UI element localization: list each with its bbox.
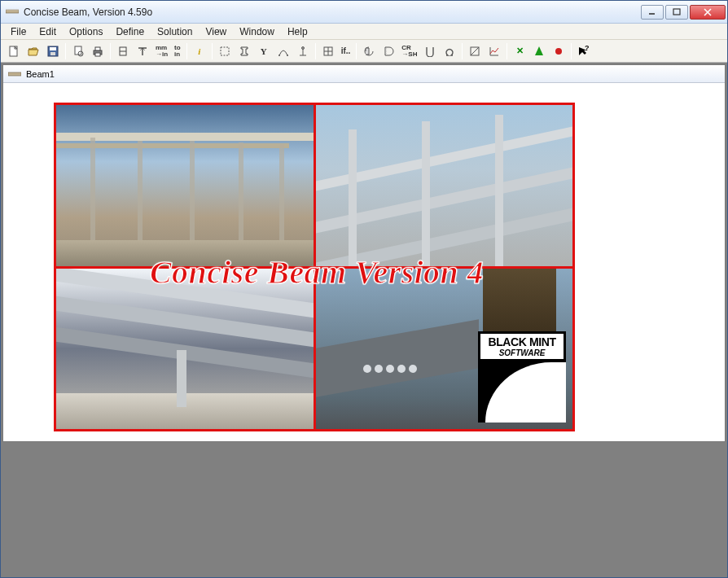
- dot-red-icon[interactable]: [549, 42, 568, 60]
- svg-rect-21: [221, 47, 229, 55]
- chart-icon[interactable]: [485, 42, 504, 60]
- menu-help[interactable]: Help: [281, 24, 314, 39]
- svg-point-23: [287, 55, 288, 56]
- toolbar: mm→in toin i Y if.. CR→SH ✕ ?: [1, 40, 727, 63]
- toolbar-separator: [186, 43, 187, 59]
- toolbar-separator: [507, 43, 507, 59]
- toolbar-separator: [571, 43, 572, 59]
- svg-rect-13: [95, 47, 100, 50]
- splash-image: BLACK MINT SOFTWARE Concise Beam Version…: [54, 103, 575, 431]
- window-title: Concise Beam, Version 4.59o: [24, 7, 641, 18]
- main-window: Concise Beam, Version 4.59o File Edit Op…: [0, 0, 728, 578]
- close-button[interactable]: [690, 5, 726, 20]
- logo-line1: BLACK MINT: [480, 334, 564, 348]
- svg-rect-0: [6, 10, 19, 13]
- diag-icon[interactable]: [465, 42, 485, 60]
- menu-solution[interactable]: Solution: [151, 24, 199, 39]
- svg-point-34: [555, 48, 562, 55]
- arc-icon[interactable]: [274, 42, 293, 60]
- splash-photo-2: [316, 105, 573, 266]
- toolbar-separator: [65, 43, 66, 59]
- subwindow-title: Beam1: [26, 69, 55, 79]
- y-icon[interactable]: Y: [254, 42, 274, 60]
- cr-sh-icon[interactable]: CR→SH: [398, 42, 420, 60]
- menu-window[interactable]: Window: [233, 24, 281, 39]
- section-icon[interactable]: [113, 42, 133, 60]
- menu-view[interactable]: View: [199, 24, 233, 39]
- svg-point-22: [278, 55, 280, 56]
- splash-photo-1: [56, 105, 314, 266]
- print-icon[interactable]: [88, 42, 107, 60]
- toolbar-separator: [462, 43, 463, 59]
- menu-define[interactable]: Define: [109, 24, 151, 39]
- splash-photo-4: BLACK MINT SOFTWARE: [316, 269, 573, 430]
- maximize-button[interactable]: [665, 5, 688, 20]
- save-icon[interactable]: [43, 42, 63, 60]
- omega-icon[interactable]: [440, 42, 459, 60]
- vendor-logo: BLACK MINT SOFTWARE: [478, 331, 566, 423]
- subwindow-titlebar[interactable]: Beam1: [3, 65, 725, 83]
- print-preview-icon[interactable]: [68, 42, 88, 60]
- document-canvas: BLACK MINT SOFTWARE Concise Beam Version…: [3, 83, 725, 441]
- document-subwindow: Beam1: [2, 64, 726, 442]
- tee-icon[interactable]: [133, 42, 152, 60]
- toolbar-separator: [212, 43, 213, 59]
- svg-line-32: [471, 47, 479, 55]
- help-arrow-icon[interactable]: ?: [574, 42, 594, 60]
- svg-marker-33: [535, 46, 543, 55]
- grid-icon[interactable]: [318, 42, 338, 60]
- minimize-button[interactable]: [641, 5, 664, 20]
- menubar: File Edit Options Define Solution View W…: [1, 24, 727, 40]
- open-icon[interactable]: [24, 42, 43, 60]
- new-icon[interactable]: [4, 42, 24, 60]
- tree-green-icon[interactable]: [529, 42, 549, 60]
- dashed-rect-icon[interactable]: [215, 42, 235, 60]
- toolbar-separator: [356, 43, 357, 59]
- svg-rect-3: [673, 9, 680, 15]
- svg-rect-14: [95, 53, 100, 56]
- app-icon: [6, 7, 19, 18]
- mm-to-in-icon[interactable]: mm→in: [152, 42, 171, 60]
- toolbar-separator: [110, 43, 111, 59]
- menu-edit[interactable]: Edit: [33, 24, 63, 39]
- menu-options[interactable]: Options: [63, 24, 109, 39]
- svg-text:?: ?: [585, 46, 590, 52]
- window-controls: [641, 5, 726, 20]
- d-section-icon[interactable]: [379, 42, 398, 60]
- svg-rect-9: [50, 52, 55, 55]
- menu-file[interactable]: File: [4, 24, 33, 39]
- titlebar: Concise Beam, Version 4.59o: [1, 1, 727, 24]
- logo-line2: SOFTWARE: [480, 348, 564, 357]
- svg-rect-8: [50, 47, 56, 50]
- to-in-icon[interactable]: toin: [171, 42, 184, 60]
- cross-green-icon[interactable]: ✕: [510, 42, 529, 60]
- logo-arc-icon: [480, 359, 564, 420]
- document-icon: [8, 70, 21, 78]
- info-icon[interactable]: i: [190, 42, 209, 60]
- u-shape-icon[interactable]: [420, 42, 440, 60]
- svg-rect-36: [8, 72, 21, 76]
- if-icon[interactable]: if..: [338, 42, 354, 60]
- rotate-d-icon[interactable]: [359, 42, 379, 60]
- anchor-icon[interactable]: [293, 42, 313, 60]
- i-section-icon[interactable]: [235, 42, 254, 60]
- toolbar-separator: [315, 43, 316, 59]
- mdi-client-area: Beam1: [1, 63, 727, 577]
- splash-photo-3: [56, 269, 314, 430]
